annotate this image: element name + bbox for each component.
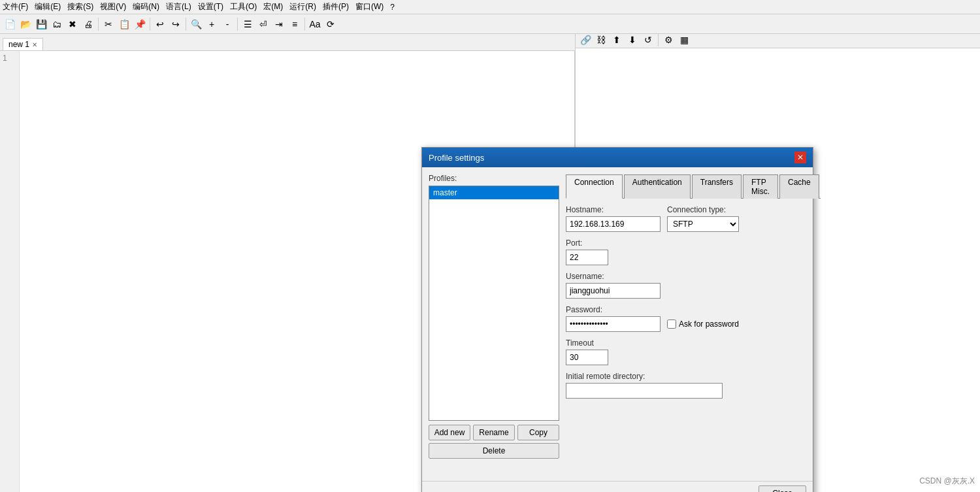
hostname-input[interactable] [566,216,661,232]
nppftp-download-icon[interactable]: ⬇ [625,33,640,47]
sync-icon[interactable]: ⟳ [323,17,338,31]
save-all-icon[interactable]: 🗂 [50,17,64,31]
port-label: Port: [566,238,821,248]
password-input[interactable] [566,316,661,332]
line-numbers: 1 [0,51,20,492]
nppftp-sep [658,33,659,46]
profiles-list[interactable]: master [429,186,559,421]
open-file-icon[interactable]: 📂 [18,17,33,31]
profiles-buttons: Add new Rename Copy [429,425,559,440]
menu-plugins[interactable]: 插件(P) [323,1,349,12]
dialog-titlebar: Profile settings ✕ [422,148,813,167]
nppftp-refresh-icon[interactable]: ↺ [641,33,655,47]
close-dialog-button[interactable]: Close [759,485,806,492]
tab-connection[interactable]: Connection [566,174,623,199]
tab-new1[interactable]: new 1 ✕ [3,38,43,50]
password-group: Password: Ask for password [566,305,821,332]
settings-panel: Connection Authentication Transfers FTP … [566,174,821,474]
tab-ftp-misc[interactable]: FTP Misc. [743,174,778,199]
hostname-row: Hostname: Connection type: SFTP FTP FTPS [566,205,821,232]
nppftp-disconnect-icon[interactable]: ⛓ [594,33,608,47]
bullet-list-icon[interactable]: ☰ [240,17,255,31]
connection-type-select[interactable]: SFTP FTP FTPS [667,216,739,232]
format-icon[interactable]: Aa [308,17,322,31]
menu-view[interactable]: 视图(V) [100,1,126,12]
undo-icon[interactable]: ↩ [153,17,167,31]
profile-master[interactable]: master [429,186,559,199]
align-icon[interactable]: ≡ [287,17,302,31]
toolbar-sep-1 [98,18,99,31]
timeout-label: Timeout [566,338,821,348]
connection-type-label: Connection type: [667,205,739,214]
toolbar-sep-5 [304,18,305,31]
delete-button[interactable]: Delete [429,443,559,459]
remote-dir-label: Initial remote directory: [566,372,821,381]
profiles-panel: Profiles: master Add new Rename Copy Del… [429,174,559,474]
zoom-out-icon[interactable]: - [220,17,235,31]
new-file-icon[interactable]: 📄 [3,17,17,31]
menu-settings[interactable]: 设置(T) [198,1,223,12]
menu-search[interactable]: 搜索(S) [67,1,93,12]
paste-icon[interactable]: 📌 [133,17,147,31]
hostname-label: Hostname: [566,205,661,214]
menu-run[interactable]: 运行(R) [289,1,316,12]
username-group: Username: [566,272,821,299]
menu-language[interactable]: 语言(L) [166,1,191,12]
copy-button[interactable]: Copy [517,425,559,440]
ask-password-checkbox[interactable] [667,320,676,329]
port-group: Port: [566,238,821,265]
ask-password-row: Ask for password [667,320,739,329]
tab-transfers[interactable]: Transfers [692,174,742,199]
indent-icon[interactable]: ⇥ [272,17,286,31]
remote-dir-group: Initial remote directory: [566,372,821,399]
copy-icon[interactable]: 📋 [117,17,131,31]
username-input[interactable] [566,283,661,299]
menu-window[interactable]: 窗口(W) [355,1,384,12]
tab-cache[interactable]: Cache [779,174,819,199]
toolbar-sep-2 [150,18,150,31]
tab-bar: new 1 ✕ [0,34,575,51]
conntype-col: Connection type: SFTP FTP FTPS [667,205,739,232]
nppftp-grid-icon[interactable]: ▦ [677,33,691,47]
password-row: Ask for password [566,316,821,332]
remote-dir-input[interactable] [566,383,723,399]
nppftp-upload-icon[interactable]: ⬆ [610,33,624,47]
tab-close-icon[interactable]: ✕ [32,41,37,48]
password-label: Password: [566,305,821,314]
menu-encode[interactable]: 编码(N) [133,1,159,12]
save-icon[interactable]: 💾 [34,17,48,31]
profile-settings-dialog: Profile settings ✕ Profiles: master Add … [421,147,813,492]
watermark: CSDN @灰灰.X [919,476,975,487]
menu-tools[interactable]: 工具(O) [230,1,257,12]
add-new-button[interactable]: Add new [429,425,470,440]
find-icon[interactable]: 🔍 [189,17,203,31]
timeout-group: Timeout [566,338,821,365]
rename-button[interactable]: Rename [473,425,515,440]
redo-icon[interactable]: ↪ [169,17,183,31]
menu-file[interactable]: 文件(F) [3,1,28,12]
settings-tabs: Connection Authentication Transfers FTP … [566,174,821,199]
main-toolbar: 📄 📂 💾 🗂 ✖ 🖨 ✂ 📋 📌 ↩ ↪ 🔍 + - ☰ ⏎ ⇥ ≡ Aa ⟳ [0,14,980,34]
tab-label: new 1 [8,40,29,49]
username-label: Username: [566,272,821,281]
menu-macro[interactable]: 宏(M) [263,1,283,12]
menu-edit[interactable]: 编辑(E) [35,1,61,12]
nppftp-connect-icon[interactable]: 🔗 [578,33,593,47]
toolbar-sep-4 [237,18,238,31]
timeout-input[interactable] [566,350,608,365]
menu-help[interactable]: ? [390,3,395,12]
dialog-footer: Close [422,481,813,492]
print-icon[interactable]: 🖨 [81,17,95,31]
zoom-in-icon[interactable]: + [204,17,219,31]
port-input[interactable] [566,250,608,265]
close-icon[interactable]: ✖ [65,17,80,31]
toolbar-sep-3 [186,18,186,31]
nppftp-settings-icon[interactable]: ⚙ [661,33,676,47]
cut-icon[interactable]: ✂ [101,17,116,31]
tab-authentication[interactable]: Authentication [624,174,691,199]
word-wrap-icon[interactable]: ⏎ [256,17,270,31]
line-number-1: 1 [3,54,16,63]
dialog-close-button[interactable]: ✕ [794,152,806,163]
dialog-title: Profile settings [429,153,484,163]
hostname-group: Hostname: Connection type: SFTP FTP FTPS [566,205,821,232]
